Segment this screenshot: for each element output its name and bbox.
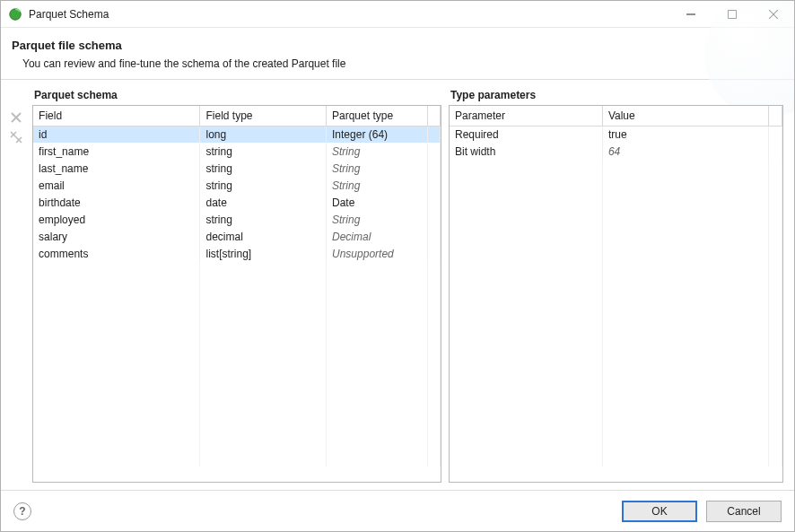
table-cell-empty: [200, 262, 327, 279]
table-cell-empty: [327, 313, 428, 330]
cancel-button[interactable]: Cancel: [706, 501, 782, 522]
table-cell-empty: [769, 194, 782, 211]
minimize-button[interactable]: [670, 1, 712, 27]
table-cell[interactable]: Integer (64): [327, 126, 428, 143]
table-cell-empty: [450, 296, 602, 313]
table-cell-empty: [200, 398, 327, 415]
table-cell-empty: [769, 160, 782, 177]
table-cell[interactable]: Required: [450, 126, 602, 143]
table-row[interactable]: first_namestringString: [33, 143, 440, 160]
table-row[interactable]: employedstringString: [33, 211, 440, 228]
table-cell-empty: [602, 228, 768, 245]
table-row-empty: [450, 347, 782, 364]
table-cell[interactable]: Decimal: [327, 228, 428, 245]
table-cell-empty: [327, 347, 428, 364]
table-cell[interactable]: String: [327, 177, 428, 194]
table-cell-empty: [327, 262, 428, 279]
table-cell-empty: [33, 364, 200, 381]
table-cell-empty: [327, 432, 428, 449]
table-cell[interactable]: string: [200, 143, 327, 160]
table-cell-empty: [428, 330, 441, 347]
table-cell[interactable]: date: [200, 194, 327, 211]
schema-panel-title: Parquet schema: [34, 89, 441, 101]
table-cell-empty: [450, 364, 602, 381]
table-cell[interactable]: last_name: [33, 160, 200, 177]
table-cell-empty: [769, 415, 782, 432]
table-row[interactable]: idlongInteger (64): [33, 126, 440, 143]
params-panel: Type parameters Parameter Value Required…: [449, 89, 783, 483]
table-cell[interactable]: 64: [602, 143, 768, 160]
table-row[interactable]: emailstringString: [33, 177, 440, 194]
table-row-empty: [450, 160, 782, 177]
table-cell[interactable]: Bit width: [450, 143, 602, 160]
table-cell-empty: [200, 313, 327, 330]
table-row[interactable]: Requiredtrue: [450, 126, 782, 143]
table-cell[interactable]: String: [327, 160, 428, 177]
table-cell[interactable]: comments: [33, 245, 200, 262]
table-cell[interactable]: first_name: [33, 143, 200, 160]
table-cell-empty: [602, 432, 768, 449]
table-cell-empty: [602, 245, 768, 262]
table-row-empty: [450, 296, 782, 313]
table-cell-spacer: [428, 126, 441, 143]
table-cell[interactable]: String: [327, 211, 428, 228]
table-cell-empty: [200, 330, 327, 347]
table-cell[interactable]: Date: [327, 194, 428, 211]
col-field[interactable]: Field: [33, 106, 200, 126]
table-row-empty: [450, 449, 782, 467]
table-cell[interactable]: employed: [33, 211, 200, 228]
delete-row-icon[interactable]: [9, 110, 23, 125]
table-row-empty: [33, 364, 440, 381]
table-row-empty: [450, 211, 782, 228]
table-cell[interactable]: id: [33, 126, 200, 143]
params-grid[interactable]: Parameter Value RequiredtrueBit width64: [449, 105, 783, 483]
content-area: Parquet schema Field Field type Parquet …: [1, 80, 794, 490]
table-row[interactable]: Bit width64: [450, 143, 782, 160]
table-cell-empty: [200, 364, 327, 381]
table-cell[interactable]: decimal: [200, 228, 327, 245]
table-cell[interactable]: email: [33, 177, 200, 194]
table-cell[interactable]: string: [200, 160, 327, 177]
table-cell[interactable]: long: [200, 126, 327, 143]
table-cell[interactable]: String: [327, 143, 428, 160]
ok-button[interactable]: OK: [622, 501, 697, 522]
table-cell-empty: [428, 449, 441, 467]
table-cell-empty: [450, 449, 602, 467]
table-cell[interactable]: list[string]: [200, 245, 327, 262]
table-cell-spacer: [428, 211, 441, 228]
table-cell-empty: [450, 160, 602, 177]
table-row-empty: [450, 194, 782, 211]
table-row[interactable]: last_namestringString: [33, 160, 440, 177]
schema-grid[interactable]: Field Field type Parquet type idlongInte…: [32, 105, 441, 483]
table-row-empty: [33, 415, 440, 432]
table-row[interactable]: commentslist[string]Unsupported: [33, 245, 440, 262]
table-cell-empty: [450, 347, 602, 364]
table-cell-empty: [428, 279, 441, 296]
table-cell[interactable]: string: [200, 177, 327, 194]
col-parameter[interactable]: Parameter: [450, 106, 602, 126]
table-cell[interactable]: string: [200, 211, 327, 228]
table-row[interactable]: birthdatedateDate: [33, 194, 440, 211]
col-value[interactable]: Value: [602, 106, 768, 126]
delete-all-rows-icon[interactable]: [9, 130, 23, 144]
col-parquet-type[interactable]: Parquet type: [327, 106, 428, 126]
help-icon[interactable]: ?: [13, 502, 31, 520]
table-cell-spacer: [428, 143, 441, 160]
table-cell-empty: [769, 381, 782, 398]
table-cell-empty: [33, 347, 200, 364]
table-cell[interactable]: salary: [33, 228, 200, 245]
table-cell[interactable]: birthdate: [33, 194, 200, 211]
table-cell-spacer: [428, 228, 441, 245]
table-row-empty: [450, 279, 782, 296]
table-cell[interactable]: true: [602, 126, 768, 143]
table-cell[interactable]: Unsupported: [327, 245, 428, 262]
col-field-type[interactable]: Field type: [200, 106, 327, 126]
table-cell-empty: [450, 415, 602, 432]
table-cell-empty: [450, 330, 602, 347]
table-cell-empty: [450, 279, 602, 296]
table-row-empty: [450, 364, 782, 381]
header: Parquet file schema You can review and f…: [1, 28, 794, 80]
table-row[interactable]: salarydecimalDecimal: [33, 228, 440, 245]
table-cell-empty: [428, 296, 441, 313]
table-cell-empty: [33, 313, 200, 330]
